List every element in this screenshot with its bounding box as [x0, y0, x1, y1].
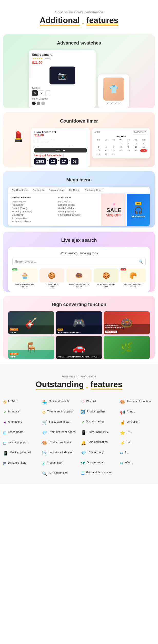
- sale-pct: 50% OFF: [106, 213, 122, 217]
- cal-dow: We: [117, 138, 125, 141]
- countdown-calendar-card: Date 2025-05-18 May 2025 Su Mo Tu We Th …: [92, 128, 150, 158]
- fa-label: Fa...: [127, 440, 132, 444]
- features-col3: ♡ Wishlist 🖼 Product gallery ↗ Social sh…: [79, 397, 118, 479]
- mega-item[interactable]: Ask a question: [12, 217, 51, 220]
- size-btn-s[interactable]: S: [32, 90, 38, 96]
- mega-item[interactable]: Swatch (Dropdown): [12, 210, 51, 213]
- feat-online-store: 🏪 Online store 2.0: [40, 397, 79, 407]
- cal-input[interactable]: 2025-05-18: [133, 130, 147, 134]
- s-label: S...: [124, 451, 129, 454]
- color-dot-light[interactable]: [41, 102, 45, 105]
- conv-donut-overlay: 30% Choc Subs Sweetr with an $16.0 SHOP …: [104, 324, 150, 334]
- swatches-product-price: $11.00: [32, 61, 93, 64]
- conv-chair-text: CHAIR: [10, 356, 53, 358]
- mega-item[interactable]: Product 3d: [12, 204, 51, 206]
- feat-seo: 🔍 SEO optimized: [40, 468, 79, 479]
- color-dot-gray[interactable]: [37, 102, 40, 105]
- shirt-size-btn2[interactable]: ▪: [110, 102, 113, 105]
- add-to-cart-btn[interactable]: BUTTON: [34, 148, 87, 152]
- shirt-size-btn4[interactable]: ▪: [118, 102, 121, 105]
- shop-now-btn[interactable]: SHOP NOW: [105, 331, 117, 333]
- conv-car-text: JAGUAR SUPER CAR NEW TYRE STYLE: [57, 356, 101, 358]
- mega-col1: Product Features Product video Product 3…: [8, 194, 55, 226]
- search-what-label: What are you looking for ?: [12, 251, 146, 255]
- shirt-size-btn[interactable]: ▪: [106, 102, 109, 105]
- lipstick-img: 💄: [8, 128, 29, 143]
- cal-day: 20: [102, 152, 110, 156]
- search-prod-4: 🍪 MOLASSES COOKIE $8.00: [94, 268, 119, 288]
- countdown-main-card: Glow lipcare set $11.00 ── ──────── ── ─…: [31, 128, 90, 167]
- product-filter-icon: ⊻: [42, 461, 45, 466]
- swatches-product-name: Smart camera: [32, 53, 93, 57]
- mega-item[interactable]: Grid left sidebar: [58, 207, 97, 210]
- prod-img-4: 🍪: [94, 268, 119, 282]
- search-input[interactable]: [15, 260, 139, 263]
- prod-img-5: 🥐: [121, 268, 146, 282]
- conv-guitar-text: h offer: [10, 331, 53, 333]
- mega-item[interactable]: List right sidebar: [58, 204, 97, 206]
- search-prod-1: NEW 🧁 WHEAT BREAD CAKE $12.00: [12, 268, 37, 288]
- prod-name-2: CYBER CAKE: [40, 283, 65, 285]
- mega-nav-ask[interactable]: Ask a question: [49, 189, 64, 191]
- animations-icon: ✦: [3, 420, 6, 425]
- dynamic-filters-icon: ⊟: [3, 461, 6, 466]
- feat-easy-use: ✓ ks to use: [1, 407, 40, 417]
- search-title: Live ajax search: [8, 238, 150, 243]
- outstanding-header: Amazing on any device Outstanding featur…: [0, 374, 158, 389]
- feat-p: ⭐ Pr...: [118, 428, 157, 438]
- mega-nav-demo[interactable]: For Demo: [69, 189, 80, 191]
- mega-item[interactable]: Grid right sidebar: [58, 210, 97, 213]
- hurry-text: Hurry up! Sale ends in:: [34, 154, 87, 157]
- mega-item[interactable]: Filter sidebar (Drawer): [58, 214, 97, 216]
- infinite-label: Infini...: [124, 461, 133, 464]
- cal-day: 2: [125, 142, 132, 145]
- low-stock-icon: 📉: [42, 451, 47, 456]
- color-dot-black[interactable]: [32, 102, 36, 105]
- cal-day: 3: [132, 142, 140, 145]
- conv-chair: 🪑 OCEAN CHAIR: [8, 336, 54, 359]
- shirt-size-btn3[interactable]: ▪: [114, 102, 117, 105]
- mega-nav-latest[interactable]: The Latest Choice: [85, 189, 103, 191]
- swatches-shirt-card: 👕 ▪ ▪ ▪ ▪: [98, 74, 129, 108]
- calendar-header: Date 2025-05-18: [95, 130, 147, 134]
- features-grid: ⑤ HTML 5 ✓ ks to use ✦ Animations ⊞ uct …: [0, 397, 158, 479]
- swatches-icon: 🎨: [42, 441, 47, 445]
- cal-day: 15: [117, 149, 125, 152]
- size-btn-m[interactable]: M: [39, 90, 44, 96]
- size-btn-l[interactable]: L: [45, 90, 51, 96]
- color-dots: [32, 102, 93, 105]
- timer-sep1: :: [47, 158, 48, 165]
- feat-fa: ⚡ Fa...: [118, 438, 157, 448]
- announcement-icon: 📢: [120, 410, 125, 415]
- mega-item[interactable]: Swatch (Color): [12, 207, 51, 210]
- search-prod-5: SALE 🥐 BUTTER CROISSANT $11.00: [121, 268, 146, 288]
- mega-item[interactable]: Left sidebar: [58, 200, 97, 203]
- google-maps-label: Google maps: [87, 461, 103, 464]
- prod-name-3: WHEAT BREAD ROLLS: [66, 283, 92, 285]
- s-icon: ∞: [120, 451, 123, 455]
- mega-item[interactable]: Product video: [12, 200, 51, 203]
- search-feature-block: Live ajax search What are you looking fo…: [3, 232, 155, 292]
- cal-dow: Th: [125, 138, 132, 141]
- feat-html5: ⑤ HTML 5: [1, 397, 40, 407]
- prod-img-3: 🍩: [66, 268, 92, 282]
- cal-day: 9: [125, 145, 132, 149]
- p-label: Pr...: [127, 430, 132, 434]
- mega-inner: Our Registered Our Levels Ask a question…: [8, 187, 150, 226]
- low-stock-label: Low stock indicator: [49, 451, 73, 454]
- mega-nav-registered[interactable]: Our Registered: [12, 189, 27, 191]
- compare-label: uct compare: [8, 430, 24, 434]
- fa-icon: ⚡: [120, 441, 125, 445]
- feat-one-click: ☝ One click: [118, 417, 157, 428]
- mega-item[interactable]: Estimated delivery: [12, 220, 51, 223]
- mega-nav-levels[interactable]: Our Levels: [33, 189, 44, 191]
- cal-day: 12: [95, 149, 102, 152]
- mega-item[interactable]: Countdown: [12, 214, 51, 216]
- one-click-label: One click: [127, 420, 138, 423]
- sticky-cart-label: Sticky add to cart: [49, 420, 70, 423]
- swatches-size-label: Size: S: [32, 86, 93, 89]
- search-submit-icon[interactable]: 🔍: [139, 259, 143, 264]
- prod-name-4: MOLASSES COOKIE: [94, 283, 119, 285]
- countdown-feature-block: Countdown timer 💄 Glow lipcare set $11.0…: [3, 112, 155, 167]
- countdown-prod-price: $11.00: [34, 134, 87, 137]
